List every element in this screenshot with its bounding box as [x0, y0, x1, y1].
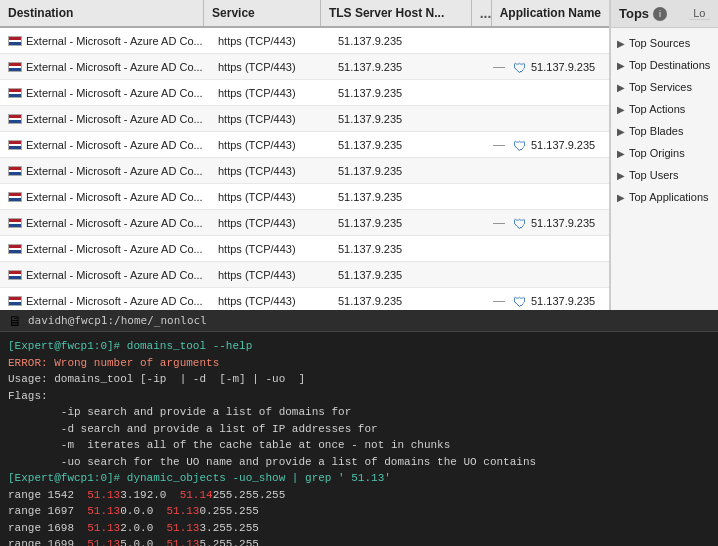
- flag-icon: [8, 62, 22, 72]
- tops-item-1[interactable]: ▶ Top Destinations: [611, 54, 718, 76]
- cell-tls: 51.137.9.235: [330, 295, 485, 307]
- terminal-area: 🖥 davidh@fwcp1:/home/_nonlocl [Expert@fw…: [0, 310, 718, 546]
- tops-item-label: Top Users: [629, 169, 679, 181]
- cell-service: https (TCP/443): [210, 165, 330, 177]
- cell-appname: 🛡 51.137.9.235: [505, 138, 609, 152]
- info-icon[interactable]: i: [653, 7, 667, 21]
- col-header-destination[interactable]: Destination: [0, 0, 204, 26]
- cell-service: https (TCP/443): [210, 269, 330, 281]
- terminal-line: ERROR: Wrong number of arguments: [8, 355, 710, 372]
- tops-arrow-icon: ▶: [617, 82, 625, 93]
- table-row[interactable]: External - Microsoft - Azure AD Co... ht…: [0, 288, 609, 310]
- col-header-dots[interactable]: ...: [472, 0, 492, 26]
- terminal-line: [Expert@fwcp1:0]# domains_tool --help: [8, 338, 710, 355]
- tops-arrow-icon: ▶: [617, 60, 625, 71]
- cell-service: https (TCP/443): [210, 295, 330, 307]
- tops-item-label: Top Destinations: [629, 59, 710, 71]
- terminal-line: -ip search and provide a list of domains…: [8, 404, 710, 421]
- cell-destination: External - Microsoft - Azure AD Co...: [0, 35, 210, 47]
- cell-tls: 51.137.9.235: [330, 165, 485, 177]
- cell-tls: 51.137.9.235: [330, 191, 485, 203]
- col-header-service[interactable]: Service: [204, 0, 321, 26]
- tops-arrow-icon: ▶: [617, 38, 625, 49]
- cell-tls: 51.137.9.235: [330, 35, 485, 47]
- table-row[interactable]: External - Microsoft - Azure AD Co... ht…: [0, 158, 609, 184]
- table-row[interactable]: External - Microsoft - Azure AD Co... ht…: [0, 262, 609, 288]
- table-row[interactable]: External - Microsoft - Azure AD Co... ht…: [0, 28, 609, 54]
- cell-tls: 51.137.9.235: [330, 269, 485, 281]
- tops-arrow-icon: ▶: [617, 192, 625, 203]
- shield-icon: 🛡: [513, 216, 527, 230]
- flag-icon: [8, 192, 22, 202]
- cell-dots: —: [485, 293, 505, 308]
- cell-service: https (TCP/443): [210, 139, 330, 151]
- cell-destination: External - Microsoft - Azure AD Co...: [0, 295, 210, 307]
- cell-tls: 51.137.9.235: [330, 243, 485, 255]
- table-row[interactable]: External - Microsoft - Azure AD Co... ht…: [0, 106, 609, 132]
- tops-title: Tops: [619, 6, 649, 21]
- col-header-appname[interactable]: Application Name: [492, 0, 609, 26]
- tops-tab-lo[interactable]: Lo: [689, 7, 710, 20]
- cell-service: https (TCP/443): [210, 191, 330, 203]
- terminal-line: range 1697 51.130.0.0 51.130.255.255: [8, 503, 710, 520]
- terminal-titlebar: 🖥 davidh@fwcp1:/home/_nonlocl: [0, 310, 718, 332]
- table-body: External - Microsoft - Azure AD Co... ht…: [0, 28, 609, 310]
- cell-service: https (TCP/443): [210, 87, 330, 99]
- flag-icon: [8, 36, 22, 46]
- cell-tls: 51.137.9.235: [330, 113, 485, 125]
- cell-tls: 51.137.9.235: [330, 87, 485, 99]
- terminal-icon: 🖥: [8, 313, 22, 329]
- tops-arrow-icon: ▶: [617, 148, 625, 159]
- table-row[interactable]: External - Microsoft - Azure AD Co... ht…: [0, 54, 609, 80]
- cell-dots: —: [485, 137, 505, 152]
- cell-service: https (TCP/443): [210, 35, 330, 47]
- terminal-line: range 1699 51.135.0.0 51.135.255.255: [8, 536, 710, 546]
- tops-item-3[interactable]: ▶ Top Actions: [611, 98, 718, 120]
- table-row[interactable]: External - Microsoft - Azure AD Co... ht…: [0, 80, 609, 106]
- tops-items: ▶ Top Sources ▶ Top Destinations ▶ Top S…: [611, 28, 718, 212]
- cell-appname: 🛡 51.137.9.235: [505, 294, 609, 308]
- cell-tls: 51.137.9.235: [330, 61, 485, 73]
- terminal-title: davidh@fwcp1:/home/_nonlocl: [28, 314, 207, 327]
- tops-arrow-icon: ▶: [617, 170, 625, 181]
- shield-icon: 🛡: [513, 138, 527, 152]
- table-row[interactable]: External - Microsoft - Azure AD Co... ht…: [0, 236, 609, 262]
- terminal-body[interactable]: [Expert@fwcp1:0]# domains_tool --helpERR…: [0, 332, 718, 546]
- tops-item-label: Top Actions: [629, 103, 685, 115]
- cell-destination: External - Microsoft - Azure AD Co...: [0, 217, 210, 229]
- cell-destination: External - Microsoft - Azure AD Co...: [0, 165, 210, 177]
- flag-icon: [8, 296, 22, 306]
- cell-tls: 51.137.9.235: [330, 139, 485, 151]
- tops-item-7[interactable]: ▶ Top Applications: [611, 186, 718, 208]
- tops-arrow-icon: ▶: [617, 126, 625, 137]
- tops-item-label: Top Origins: [629, 147, 685, 159]
- flag-icon: [8, 88, 22, 98]
- tops-item-label: Top Services: [629, 81, 692, 93]
- table-row[interactable]: External - Microsoft - Azure AD Co... ht…: [0, 210, 609, 236]
- tops-item-label: Top Applications: [629, 191, 709, 203]
- table-row[interactable]: External - Microsoft - Azure AD Co... ht…: [0, 184, 609, 210]
- tops-item-4[interactable]: ▶ Top Blades: [611, 120, 718, 142]
- cell-destination: External - Microsoft - Azure AD Co...: [0, 61, 210, 73]
- main-container: Destination Service TLS Server Host N...…: [0, 0, 718, 310]
- cell-service: https (TCP/443): [210, 217, 330, 229]
- shield-icon: 🛡: [513, 294, 527, 308]
- terminal-line: Flags:: [8, 388, 710, 405]
- terminal-line: -m iterates all of the cache table at on…: [8, 437, 710, 454]
- terminal-line: range 1542 51.133.192.0 51.14255.255.255: [8, 487, 710, 504]
- flag-icon: [8, 218, 22, 228]
- tops-item-5[interactable]: ▶ Top Origins: [611, 142, 718, 164]
- terminal-line: range 1698 51.132.0.0 51.133.255.255: [8, 520, 710, 537]
- cell-destination: External - Microsoft - Azure AD Co...: [0, 191, 210, 203]
- tops-item-6[interactable]: ▶ Top Users: [611, 164, 718, 186]
- col-header-tls[interactable]: TLS Server Host N...: [321, 0, 472, 26]
- tops-panel: Tops i Lo ▶ Top Sources ▶ Top Destinatio…: [610, 0, 718, 310]
- cell-appname: 🛡 51.137.9.235: [505, 216, 609, 230]
- flag-icon: [8, 114, 22, 124]
- tops-item-2[interactable]: ▶ Top Services: [611, 76, 718, 98]
- tops-arrow-icon: ▶: [617, 104, 625, 115]
- table-row[interactable]: External - Microsoft - Azure AD Co... ht…: [0, 132, 609, 158]
- flag-icon: [8, 244, 22, 254]
- cell-destination: External - Microsoft - Azure AD Co...: [0, 87, 210, 99]
- tops-item-0[interactable]: ▶ Top Sources: [611, 32, 718, 54]
